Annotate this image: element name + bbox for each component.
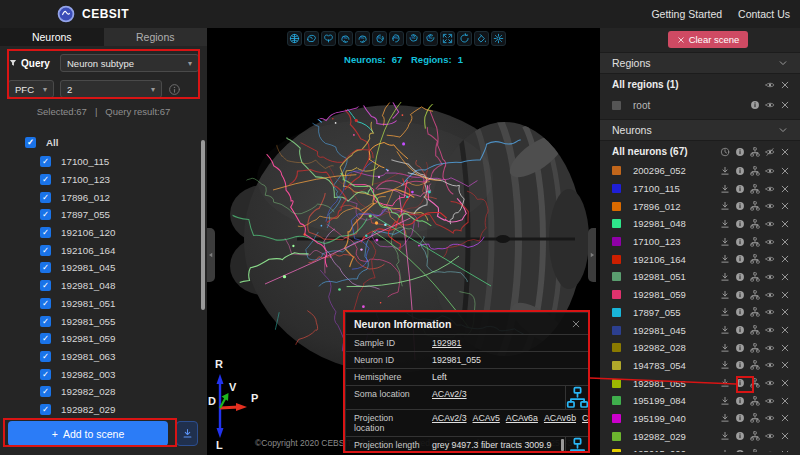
info-circle-icon[interactable] <box>735 290 745 300</box>
download-icon[interactable] <box>720 254 730 264</box>
neuron-color-swatch[interactable] <box>612 343 621 352</box>
eye-icon[interactable] <box>765 184 775 194</box>
eye-icon[interactable] <box>765 449 775 452</box>
download-icon[interactable] <box>720 201 730 211</box>
settings-icon[interactable] <box>491 31 506 46</box>
tree-icon[interactable] <box>750 166 760 176</box>
info-circle-icon[interactable] <box>750 100 760 110</box>
info-circle-icon[interactable] <box>735 272 745 282</box>
info-circle-icon[interactable] <box>735 360 745 370</box>
neuron-color-swatch[interactable] <box>612 219 621 228</box>
eye-icon[interactable] <box>765 219 775 229</box>
neuron-color-swatch[interactable] <box>612 166 621 175</box>
collapse-left-panel-handle[interactable] <box>207 228 215 282</box>
close-icon[interactable] <box>780 254 790 264</box>
fit-screen-icon[interactable] <box>440 31 455 46</box>
getting-started-link[interactable]: Getting Started <box>651 8 722 20</box>
tree-icon[interactable] <box>750 254 760 264</box>
axial-view-icon[interactable] <box>287 31 302 46</box>
info-circle-icon[interactable] <box>735 307 745 317</box>
info-circle-icon[interactable] <box>735 166 745 176</box>
close-icon[interactable] <box>780 100 790 110</box>
download-icon[interactable] <box>720 343 730 353</box>
tree-icon[interactable] <box>566 386 589 409</box>
tree-icon[interactable] <box>750 184 760 194</box>
neuron-checkbox[interactable]: ✓ <box>40 227 51 238</box>
download-icon[interactable] <box>720 166 730 176</box>
query-type-select[interactable]: Neuron subtype▾ <box>60 54 199 72</box>
viewer-canvas[interactable]: 90 90 90 90 90 90 Neurons:67 Regions <box>207 28 600 455</box>
info-circle-icon[interactable] <box>735 201 745 211</box>
info-circle-icon[interactable] <box>735 343 745 353</box>
close-icon[interactable] <box>780 449 790 452</box>
neuron-color-swatch[interactable] <box>612 272 621 281</box>
neuron-checkbox[interactable]: ✓ <box>40 316 51 327</box>
background-icon[interactable] <box>474 31 489 46</box>
neuron-color-swatch[interactable] <box>612 361 621 370</box>
roll-cw-90-icon[interactable]: 90 <box>423 31 438 46</box>
reset-view-icon[interactable] <box>457 31 472 46</box>
tree-icon[interactable] <box>750 272 760 282</box>
region-link[interactable]: ACAv6b <box>544 413 576 423</box>
eye-icon[interactable] <box>765 237 775 247</box>
tree-icon[interactable] <box>750 219 760 229</box>
download-icon[interactable] <box>720 290 730 300</box>
tree-icon[interactable] <box>750 413 760 423</box>
close-icon[interactable] <box>780 237 790 247</box>
eye-icon[interactable] <box>765 343 775 353</box>
sample-id-link[interactable]: 192981 <box>432 338 461 348</box>
tree-icon[interactable] <box>566 437 589 453</box>
close-icon[interactable] <box>780 343 790 353</box>
neuron-color-swatch[interactable] <box>612 237 621 246</box>
tab-regions[interactable]: Regions <box>104 28 208 46</box>
neuron-color-swatch[interactable] <box>612 379 621 388</box>
rotate-up-90-icon[interactable]: 90 <box>338 31 353 46</box>
neuron-color-swatch[interactable] <box>612 449 621 452</box>
info-circle-icon[interactable] <box>735 449 745 452</box>
close-icon[interactable] <box>780 166 790 176</box>
close-icon[interactable] <box>780 184 790 194</box>
eye-icon[interactable] <box>765 80 775 90</box>
eye-icon[interactable] <box>765 290 775 300</box>
close-icon[interactable] <box>780 219 790 229</box>
close-icon[interactable] <box>780 431 790 441</box>
download-icon[interactable] <box>720 378 730 388</box>
neuron-checkbox[interactable]: ✓ <box>40 262 51 273</box>
collapse-right-panel-handle[interactable] <box>588 228 596 282</box>
clock-icon[interactable] <box>720 147 730 157</box>
regions-section-header[interactable]: Regions <box>600 52 800 74</box>
neuron-color-swatch[interactable] <box>612 255 621 264</box>
select-all-checkbox[interactable]: ✓ <box>25 137 36 148</box>
close-icon[interactable] <box>780 307 790 317</box>
close-icon[interactable] <box>780 80 790 90</box>
region-link[interactable]: CP <box>582 413 590 423</box>
neuron-checkbox[interactable]: ✓ <box>40 280 51 291</box>
eye-icon[interactable] <box>765 378 775 388</box>
download-icon[interactable] <box>720 184 730 194</box>
neuron-color-swatch[interactable] <box>612 184 621 193</box>
eye-icon[interactable] <box>765 360 775 370</box>
close-icon[interactable] <box>780 201 790 211</box>
tree-icon[interactable] <box>750 201 760 211</box>
close-icon[interactable] <box>780 290 790 300</box>
region-link[interactable]: ACAv5 <box>473 413 500 423</box>
rotate-left-90-icon[interactable]: 90 <box>372 31 387 46</box>
clear-scene-button[interactable]: Clear scene <box>668 31 748 48</box>
add-to-scene-button[interactable]: +Add to scene <box>8 421 168 446</box>
eye-icon[interactable] <box>765 100 775 110</box>
download-icon[interactable] <box>720 413 730 423</box>
left-list-scrollbar[interactable] <box>201 140 205 310</box>
eye-icon[interactable] <box>765 325 775 335</box>
neuron-checkbox[interactable]: ✓ <box>40 209 51 220</box>
download-icon[interactable] <box>720 219 730 229</box>
tree-icon[interactable] <box>750 431 760 441</box>
download-icon[interactable] <box>720 431 730 441</box>
tree-icon[interactable] <box>750 307 760 317</box>
tree-icon[interactable] <box>750 325 760 335</box>
eye-icon[interactable] <box>765 254 775 264</box>
info-circle-icon[interactable] <box>735 396 745 406</box>
query-region-select[interactable]: PFC▾ <box>8 80 54 98</box>
coronal-view-icon[interactable] <box>321 31 336 46</box>
eye-icon[interactable] <box>765 396 775 406</box>
eye-icon[interactable] <box>765 272 775 282</box>
